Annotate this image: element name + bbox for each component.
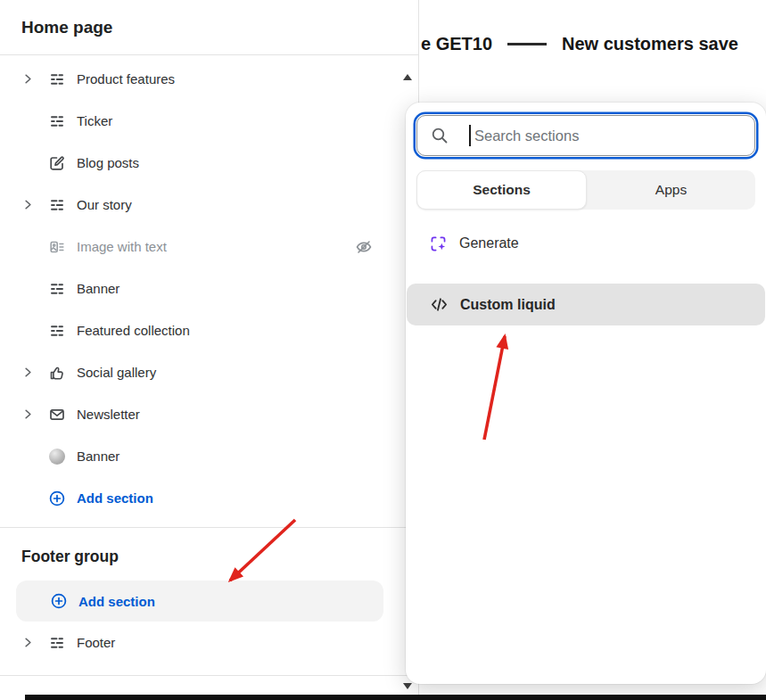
section-item-label: Ticker xyxy=(77,113,112,128)
section-item-label: Featured collection xyxy=(77,323,190,338)
announcement-dash xyxy=(507,43,547,45)
text-cursor xyxy=(469,125,471,146)
chevron-right-icon[interactable] xyxy=(21,198,48,212)
chevron-spacer xyxy=(21,156,48,170)
chevron-spacer xyxy=(21,449,48,464)
section-item-label: Image with text xyxy=(77,239,167,254)
add-section-popup: Sections Apps Generate Custom liquid xyxy=(406,103,766,684)
section-icon xyxy=(48,196,66,214)
theme-editor: e GET10 New customers save Home page Pro… xyxy=(0,0,766,700)
code-icon xyxy=(430,295,449,314)
section-item-label: Our story xyxy=(77,197,132,212)
add-section-label: Add section xyxy=(77,490,153,506)
section-item-social-gallery[interactable]: Social gallery xyxy=(0,351,418,393)
section-list: Product features Ticker Blog posts Our s… xyxy=(0,58,418,519)
section-item-label: Footer xyxy=(77,635,115,650)
chevron-spacer xyxy=(21,240,48,254)
plus-circle-icon xyxy=(48,490,66,507)
chevron-right-icon[interactable] xyxy=(21,72,48,86)
preview-dark-section xyxy=(25,695,766,700)
plus-circle-icon xyxy=(50,592,68,610)
section-item-label: Banner xyxy=(77,449,119,464)
add-section-button[interactable]: Add section xyxy=(0,477,418,519)
page-title: Home page xyxy=(21,18,112,37)
section-item-footer[interactable]: Footer xyxy=(0,622,419,663)
search-field xyxy=(416,115,755,156)
section-item-product-features[interactable]: Product features xyxy=(0,58,418,100)
section-item-blog-posts[interactable]: Blog posts xyxy=(0,142,418,184)
chevron-spacer xyxy=(21,324,48,338)
chevron-right-icon[interactable] xyxy=(21,408,48,422)
chevron-right-icon[interactable] xyxy=(21,366,48,380)
footer-group: Footer group Add section Footer xyxy=(0,535,419,663)
sidebar-header: Home page xyxy=(0,0,418,55)
thumbs-up-icon xyxy=(48,364,66,382)
sections-sidebar: Home page Product features Ticker Blog p… xyxy=(0,0,419,700)
tab-sections[interactable]: Sections xyxy=(416,170,587,210)
section-item-featured-collection[interactable]: Featured collection xyxy=(0,309,418,351)
search-input[interactable] xyxy=(416,115,755,156)
section-item-banner[interactable]: Banner xyxy=(0,268,418,309)
announcement-bar: e GET10 New customers save xyxy=(419,0,766,54)
section-icon xyxy=(48,112,66,130)
section-item-label: Blog posts xyxy=(77,155,139,170)
blog-icon xyxy=(48,154,66,172)
section-item-label: Product features xyxy=(77,71,175,86)
footer-add-section-button[interactable]: Add section xyxy=(16,581,383,622)
section-item-label: Social gallery xyxy=(77,365,156,380)
section-item-banner-2[interactable]: Banner xyxy=(0,435,418,477)
divider xyxy=(0,675,419,676)
divider xyxy=(0,527,419,528)
section-icon xyxy=(48,280,66,298)
section-icon xyxy=(48,634,66,652)
section-icon xyxy=(48,322,66,340)
footer-group-title: Footer group xyxy=(21,546,419,567)
add-section-label: Add section xyxy=(78,594,155,609)
scroll-down-icon[interactable] xyxy=(403,683,412,689)
popup-tabs: Sections Apps xyxy=(416,170,755,210)
section-item-label: Newsletter xyxy=(77,407,140,422)
chevron-right-icon[interactable] xyxy=(21,636,48,650)
generate-icon xyxy=(429,235,448,253)
tab-apps[interactable]: Apps xyxy=(587,170,755,210)
section-item-newsletter[interactable]: Newsletter xyxy=(0,393,418,435)
chevron-spacer xyxy=(21,282,48,296)
section-item-image-with-text[interactable]: Image with text xyxy=(0,226,418,268)
announcement-message: New customers save xyxy=(562,34,738,54)
envelope-icon xyxy=(48,406,66,424)
custom-liquid-item[interactable]: Custom liquid xyxy=(407,284,765,325)
section-item-ticker[interactable]: Ticker xyxy=(0,100,418,142)
generate-label: Generate xyxy=(459,235,519,251)
custom-liquid-label: Custom liquid xyxy=(460,297,556,313)
announcement-code: e GET10 xyxy=(421,34,492,54)
chevron-spacer xyxy=(21,114,48,128)
scroll-up-icon[interactable] xyxy=(403,74,412,80)
visibility-off-icon[interactable] xyxy=(354,237,374,257)
storefront-preview: e GET10 New customers save xyxy=(419,0,766,103)
sphere-icon xyxy=(48,448,66,465)
section-icon xyxy=(48,70,66,88)
image-with-text-icon xyxy=(48,238,66,256)
section-item-our-story[interactable]: Our story xyxy=(0,184,418,226)
generate-item[interactable]: Generate xyxy=(406,222,766,265)
chevron-spacer xyxy=(21,491,48,506)
section-item-label: Banner xyxy=(77,281,119,296)
